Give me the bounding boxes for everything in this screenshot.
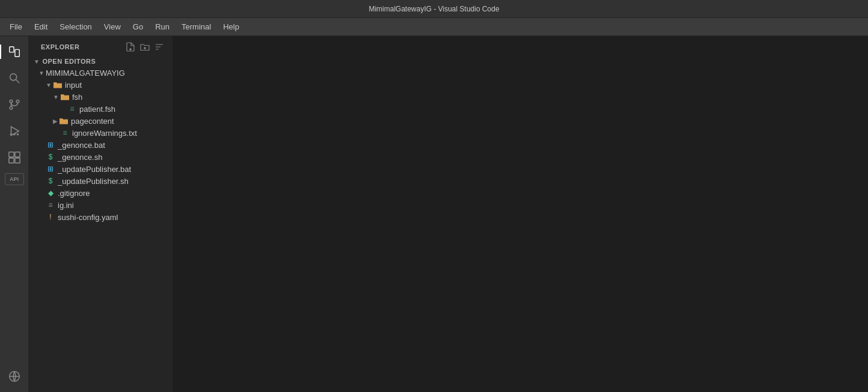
file-ig-ini[interactable]: ≡ ig.ini [29, 199, 173, 211]
svg-point-2 [10, 74, 16, 81]
fsh-chevron: ▼ [53, 94, 59, 100]
menu-view[interactable]: View [99, 20, 126, 34]
main-layout: API EXPLORER [0, 36, 868, 392]
folder-input-label: input [65, 81, 82, 90]
extensions-activity-icon[interactable] [4, 147, 25, 168]
open-editors-label: OPEN EDITORS [42, 58, 96, 65]
ig-ini-icon: ≡ [46, 200, 55, 210]
svg-rect-0 [9, 47, 13, 52]
file-sushi-config[interactable]: ! sushi-config.yaml [29, 211, 173, 223]
explorer-activity-icon[interactable] [4, 41, 25, 63]
open-editors-chevron: ▼ [34, 58, 40, 65]
remote-activity-icon[interactable] [4, 366, 25, 387]
updatepublisher-bat-icon: ⊞ [46, 164, 55, 174]
file-ignorewarnings-label: ignoreWarnings.txt [72, 129, 137, 138]
patient-fsh-icon: ≡ [67, 104, 77, 114]
updatepublisher-sh-icon: $ [46, 176, 55, 186]
menu-bar: File Edit Selection View Go Run Terminal… [0, 18, 868, 36]
input-chevron: ▼ [46, 82, 52, 88]
svg-point-11 [13, 133, 16, 136]
new-folder-button[interactable] [139, 41, 151, 53]
gitignore-icon: ◆ [46, 188, 55, 198]
window-title: MimimalGatewayIG - Visual Studio Code [368, 5, 499, 13]
folder-pagecontent-label: pagecontent [71, 117, 114, 126]
project-root[interactable]: ▼ MIMIMALGATEWAYIG [29, 67, 173, 79]
activity-bar: API [0, 36, 29, 392]
pagecontent-folder-icon [59, 116, 69, 126]
svg-point-5 [16, 100, 19, 103]
file-updatepublisher-sh-label: _updatePublisher.sh [58, 177, 129, 186]
folder-fsh-label: fsh [72, 93, 82, 102]
title-bar: MimimalGatewayIG - Visual Studio Code [0, 0, 868, 18]
file-patient-fsh[interactable]: ≡ patient.fsh [29, 103, 173, 115]
svg-point-4 [10, 100, 13, 103]
folder-fsh[interactable]: ▼ fsh [29, 91, 173, 103]
open-editors-section[interactable]: ▼ OPEN EDITORS [29, 55, 173, 67]
svg-rect-1 [14, 49, 19, 57]
sidebar-header-icons [124, 41, 165, 53]
file-gitignore[interactable]: ◆ .gitignore [29, 187, 173, 199]
file-sushi-config-label: sushi-config.yaml [58, 213, 118, 222]
file-updatepublisher-bat-label: _updatePublisher.bat [58, 165, 131, 174]
svg-rect-13 [14, 152, 19, 157]
folder-icon [53, 80, 63, 90]
menu-help[interactable]: Help [218, 20, 244, 34]
folder-pagecontent[interactable]: ▶ pagecontent [29, 115, 173, 127]
project-name: MIMIMALGATEWAYIG [46, 69, 125, 78]
svg-point-10 [16, 133, 19, 136]
new-file-button[interactable] [124, 41, 136, 53]
file-genonce-sh[interactable]: $ _genonce.sh [29, 151, 173, 163]
file-genonce-bat-label: _genonce.bat [58, 141, 105, 150]
menu-file[interactable]: File [5, 20, 27, 34]
menu-terminal[interactable]: Terminal [177, 20, 216, 34]
file-ig-ini-label: ig.ini [58, 201, 74, 210]
svg-point-9 [10, 133, 12, 136]
svg-line-3 [16, 80, 19, 84]
explorer-header: EXPLORER [29, 36, 173, 55]
svg-point-6 [10, 106, 13, 109]
svg-rect-15 [14, 158, 19, 163]
file-updatepublisher-bat[interactable]: ⊞ _updatePublisher.bat [29, 163, 173, 175]
file-gitignore-label: .gitignore [58, 189, 90, 198]
genonce-bat-icon: ⊞ [46, 140, 55, 150]
collapse-all-button[interactable] [153, 41, 165, 53]
genonce-sh-icon: $ [46, 152, 55, 162]
file-updatepublisher-sh[interactable]: $ _updatePublisher.sh [29, 175, 173, 187]
file-genonce-bat[interactable]: ⊞ _genonce.bat [29, 139, 173, 151]
explorer-title: EXPLORER [41, 43, 80, 51]
main-content [173, 36, 868, 392]
file-genonce-sh-label: _genonce.sh [58, 153, 102, 162]
file-patient-fsh-label: patient.fsh [79, 105, 115, 114]
ignorewarnings-icon: ≡ [60, 128, 70, 138]
run-debug-activity-icon[interactable] [4, 120, 25, 142]
sushi-config-icon: ! [46, 212, 55, 222]
sidebar: EXPLORER [29, 36, 173, 392]
folder-input[interactable]: ▼ input [29, 79, 173, 91]
menu-go[interactable]: Go [128, 20, 148, 34]
svg-rect-14 [8, 158, 13, 163]
menu-selection[interactable]: Selection [55, 20, 96, 34]
project-chevron: ▼ [38, 70, 44, 76]
menu-edit[interactable]: Edit [29, 20, 52, 34]
menu-run[interactable]: Run [150, 20, 174, 34]
svg-rect-12 [8, 152, 13, 157]
search-activity-icon[interactable] [4, 67, 25, 89]
fsh-folder-icon [60, 92, 70, 102]
source-control-activity-icon[interactable] [4, 94, 25, 115]
api-activity-icon[interactable]: API [5, 173, 24, 185]
file-ignorewarnings[interactable]: ≡ ignoreWarnings.txt [29, 127, 173, 139]
pagecontent-chevron: ▶ [53, 118, 58, 124]
